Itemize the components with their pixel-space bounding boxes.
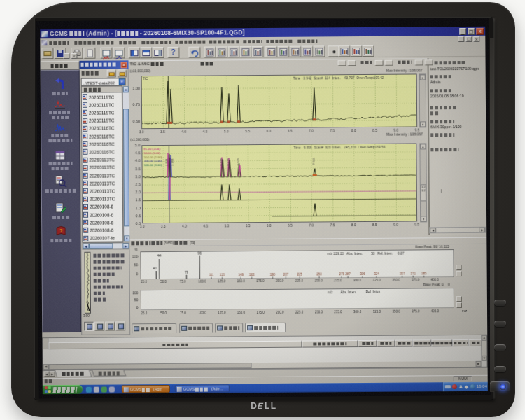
svg-text:163: 163 [249, 273, 255, 276]
svg-text:250: 250 [316, 272, 322, 276]
svg-text:287: 287 [345, 272, 351, 276]
svg-text:111: 111 [209, 273, 214, 276]
svg-text:306: 306 [360, 272, 365, 276]
svg-text:279: 279 [339, 272, 344, 276]
svg-text:79: 79 [185, 271, 189, 274]
svg-text:40: 40 [153, 267, 158, 270]
svg-text:324: 324 [374, 272, 379, 276]
svg-text:207: 207 [284, 273, 289, 276]
svg-text:44: 44 [158, 253, 162, 258]
svg-text:96: 96 [197, 251, 202, 255]
svg-text:385: 385 [421, 272, 427, 275]
svg-text:190: 190 [270, 273, 276, 276]
svg-text:371: 371 [410, 272, 416, 275]
svg-text:149: 149 [238, 273, 244, 276]
svg-text:125: 125 [220, 273, 225, 276]
svg-text:?: ? [59, 227, 63, 234]
svg-text:225: 225 [297, 273, 302, 276]
svg-text:357: 357 [400, 272, 405, 276]
